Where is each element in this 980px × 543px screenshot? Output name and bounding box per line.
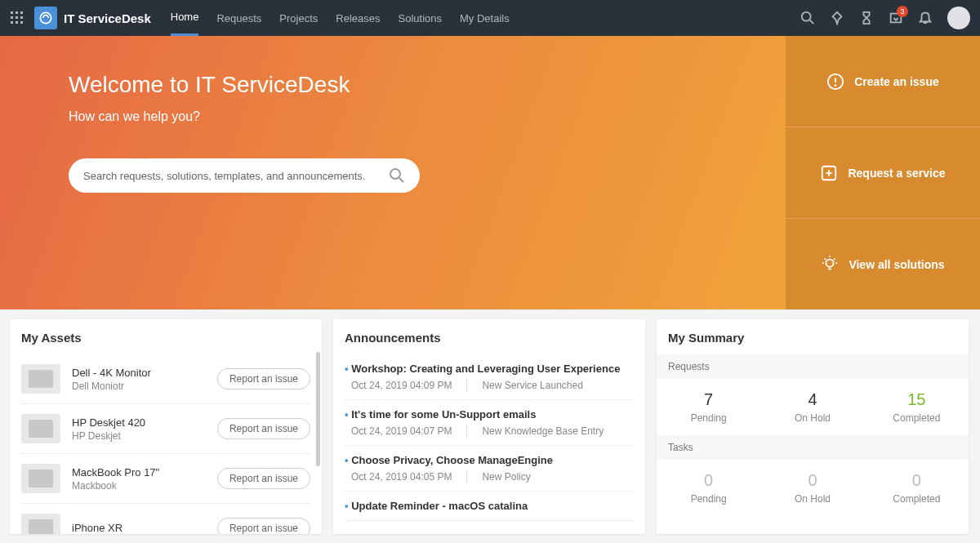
svg-point-12 xyxy=(390,169,400,179)
top-header: IT ServiceDesk HomeRequestsProjectsRelea… xyxy=(0,0,980,36)
asset-thumbnail xyxy=(21,514,60,534)
announcement-category: New Policy xyxy=(482,471,530,483)
stat-on-hold[interactable]: 0On Hold xyxy=(760,471,864,505)
announcement-row: Choose Privacy, Choose ManageEngineOct 2… xyxy=(345,446,634,492)
svg-line-11 xyxy=(810,20,814,24)
stat-label: On Hold xyxy=(760,412,864,424)
hero-search[interactable] xyxy=(69,158,420,193)
inbox-badge: 3 xyxy=(897,6,908,17)
asset-name: iPhone XR xyxy=(72,522,217,534)
stat-label: Pending xyxy=(657,412,760,424)
asset-thumbnail xyxy=(21,414,60,443)
announcement-title[interactable]: It's time for some Un-Support emails xyxy=(345,408,634,421)
announcement-title[interactable]: Update Reminder - macOS catalina xyxy=(345,500,634,512)
scrollbar[interactable] xyxy=(316,352,320,466)
hero-subtitle: How can we help you? xyxy=(69,109,786,124)
asset-row: iPhone XRReport an issue xyxy=(21,504,310,534)
svg-rect-4 xyxy=(16,16,18,19)
dashboard-cards: My Assets Dell - 4K MonitorDell MoniotrR… xyxy=(0,309,980,543)
asset-name: Dell - 4K Monitor xyxy=(72,367,217,379)
stat-pending[interactable]: 7Pending xyxy=(657,390,760,424)
svg-rect-7 xyxy=(16,21,18,24)
asset-thumbnail xyxy=(21,464,60,493)
search-icon[interactable] xyxy=(800,11,815,25)
announcement-category: New Service Launched xyxy=(482,380,582,391)
svg-point-10 xyxy=(802,12,811,21)
report-issue-button[interactable]: Report an issue xyxy=(217,418,310,439)
announcement-date: Oct 24, 2019 04:05 PM xyxy=(351,471,467,483)
svg-point-20 xyxy=(826,259,834,266)
announcement-row: Update Reminder - macOS catalina xyxy=(345,492,634,521)
announcement-date: Oct 24, 2019 04:07 PM xyxy=(351,425,467,437)
pin-icon[interactable] xyxy=(830,11,844,25)
report-issue-button[interactable]: Report an issue xyxy=(217,518,310,534)
action-label: Create an issue xyxy=(854,75,939,88)
hero-section: Welcome to IT ServiceDesk How can we hel… xyxy=(0,36,980,309)
announcement-date: Oct 24, 2019 04:09 PM xyxy=(351,380,467,391)
hourglass-icon[interactable] xyxy=(859,11,874,25)
svg-point-9 xyxy=(40,12,51,23)
stat-pending[interactable]: 0Pending xyxy=(657,471,760,505)
svg-rect-29 xyxy=(29,470,53,487)
asset-info: iPhone XR xyxy=(72,522,217,535)
stat-label: On Hold xyxy=(760,493,864,505)
report-issue-button[interactable]: Report an issue xyxy=(217,368,310,389)
action-request-a-service[interactable]: Request a service xyxy=(786,127,980,219)
announcement-title[interactable]: Workshop: Creating and Leveraging User E… xyxy=(345,363,634,375)
my-summary-card: My Summary Requests7Pending4On Hold15Com… xyxy=(657,319,969,534)
nav-releases[interactable]: Releases xyxy=(336,0,380,36)
summary-section-requests: Requests7Pending4On Hold15Completed xyxy=(657,354,969,435)
search-button-icon[interactable] xyxy=(389,167,405,184)
stat-label: Completed xyxy=(865,412,969,424)
nav-requests[interactable]: Requests xyxy=(216,0,261,36)
action-create-an-issue[interactable]: Create an issue xyxy=(786,36,980,127)
stat-completed[interactable]: 0Completed xyxy=(865,471,969,505)
svg-rect-28 xyxy=(29,420,53,438)
apps-icon[interactable] xyxy=(10,11,24,25)
nav-home[interactable]: Home xyxy=(171,0,199,36)
nav-projects[interactable]: Projects xyxy=(279,0,318,36)
stat-on-hold[interactable]: 4On Hold xyxy=(760,390,864,424)
asset-info: MackBook Pro 17"Mackbook xyxy=(72,466,217,492)
asset-subtitle: HP Deskjet xyxy=(72,430,217,442)
bulb-icon xyxy=(821,256,839,274)
svg-rect-0 xyxy=(11,11,13,14)
action-view-all-solutions[interactable]: View all solutions xyxy=(786,219,980,309)
app-logo[interactable] xyxy=(34,7,57,29)
stat-value: 7 xyxy=(657,390,760,409)
hero-title: Welcome to IT ServiceDesk xyxy=(69,72,786,98)
main-nav: HomeRequestsProjectsReleasesSolutionsMy … xyxy=(171,0,510,36)
alert-icon xyxy=(826,73,844,91)
stat-value: 4 xyxy=(760,390,864,409)
bell-icon[interactable] xyxy=(918,11,933,25)
my-summary-title: My Summary xyxy=(657,319,969,354)
svg-rect-2 xyxy=(20,11,23,14)
summary-section-header: Tasks xyxy=(657,435,969,460)
stat-completed[interactable]: 15Completed xyxy=(865,390,969,424)
action-label: View all solutions xyxy=(849,258,944,271)
svg-rect-27 xyxy=(29,370,53,388)
user-avatar[interactable] xyxy=(947,7,970,29)
announcements-title: Announcements xyxy=(333,319,645,354)
summary-section-tasks: Tasks0Pending0On Hold0Completed xyxy=(657,435,969,516)
asset-thumbnail xyxy=(21,364,60,394)
svg-line-13 xyxy=(399,178,403,182)
stat-value: 0 xyxy=(865,471,969,490)
nav-solutions[interactable]: Solutions xyxy=(399,0,442,36)
announcement-title[interactable]: Choose Privacy, Choose ManageEngine xyxy=(345,454,634,466)
nav-my-details[interactable]: My Details xyxy=(460,0,510,36)
stat-value: 15 xyxy=(865,390,969,409)
svg-rect-3 xyxy=(11,16,13,19)
summary-sections: Requests7Pending4On Hold15CompletedTasks… xyxy=(657,354,969,516)
announcements-list: Workshop: Creating and Leveraging User E… xyxy=(333,354,645,521)
my-assets-title: My Assets xyxy=(10,319,322,354)
action-label: Request a service xyxy=(848,167,945,180)
report-issue-button[interactable]: Report an issue xyxy=(217,468,310,489)
stat-value: 0 xyxy=(657,471,760,490)
search-input[interactable] xyxy=(83,170,389,182)
summary-stats-row: 7Pending4On Hold15Completed xyxy=(657,379,969,435)
svg-rect-5 xyxy=(20,16,23,19)
inbox-icon[interactable]: 3 xyxy=(889,11,903,25)
stat-value: 0 xyxy=(760,471,864,490)
summary-stats-row: 0Pending0On Hold0Completed xyxy=(657,460,969,516)
